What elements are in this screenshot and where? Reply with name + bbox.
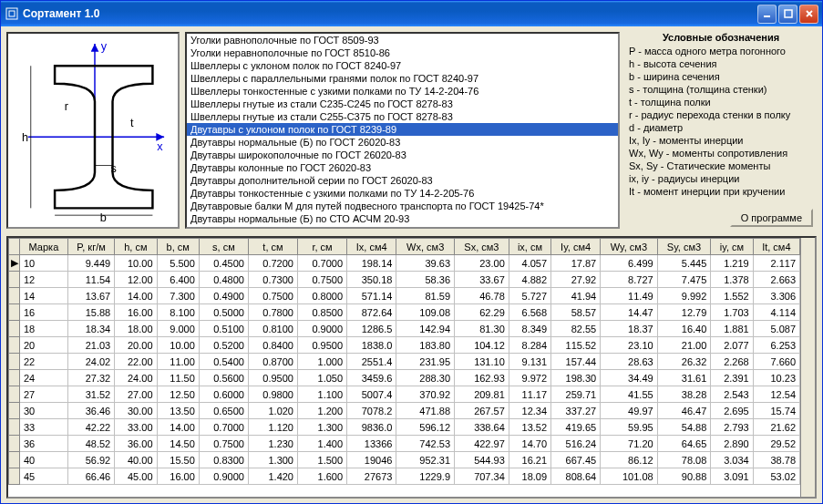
close-button[interactable] (799, 5, 818, 24)
list-item[interactable]: Двутавры с уклоном полок по ГОСТ 8239-89 (187, 123, 618, 136)
table-cell: 64.65 (657, 436, 711, 452)
table-row[interactable]: 1413.6714.007.3000.49000.75000.8000571.1… (9, 288, 800, 304)
table-cell: 24 (20, 370, 68, 386)
svg-rect-3 (785, 10, 792, 17)
table-row[interactable]: 3036.4630.0013.500.65001.0201.2007078.24… (9, 403, 800, 419)
table-cell: 0.9800 (248, 386, 297, 403)
table-cell: 4.057 (509, 255, 550, 272)
table-row[interactable]: 2224.0222.0011.000.54000.87001.0002551.4… (9, 354, 800, 370)
legend-line: h - высота сечения (629, 57, 813, 70)
table-cell: 36.46 (67, 403, 114, 419)
list-item[interactable]: Уголки неравнополочные по ГОСТ 8510-86 (187, 46, 618, 59)
svg-rect-2 (764, 15, 770, 17)
list-item[interactable]: Двутавры нормальные (Б) по СТО АСЧМ 20-9… (187, 212, 618, 225)
table-cell: 0.8500 (297, 304, 346, 321)
table-cell: 6.253 (753, 337, 799, 354)
table-row[interactable]: 4566.4645.0016.000.90001.4201.6002767312… (9, 468, 800, 485)
list-item[interactable]: Швеллеры гнутые из стали С255-С375 по ГО… (187, 110, 618, 123)
column-header[interactable]: Sx, см3 (455, 239, 509, 255)
table-cell: 183.80 (396, 337, 455, 354)
table-cell: 3.306 (753, 288, 799, 304)
list-item[interactable]: Двутавровые балки М для путей подвесного… (187, 200, 618, 212)
table-cell: 48.52 (67, 436, 114, 452)
column-header[interactable]: iy, см (711, 239, 753, 255)
table-row[interactable]: 1211.5412.006.4000.48000.73000.7500350.1… (9, 272, 800, 288)
column-header[interactable]: P, кг/м (67, 239, 114, 255)
table-cell: 49.97 (601, 403, 657, 419)
table-cell: 22.00 (115, 354, 157, 370)
list-item[interactable]: Двутавры нормальные (Б) по ГОСТ 26020-83 (187, 136, 618, 149)
column-header[interactable]: s, см (199, 239, 248, 255)
list-item[interactable]: Швеллеры с уклоном полок по ГОСТ 8240-97 (187, 59, 618, 72)
table-cell: 1286.5 (347, 321, 396, 337)
list-item[interactable]: Двутавры тонкостенные с узкими полками п… (187, 187, 618, 200)
table-cell: 21.00 (657, 337, 711, 354)
table-row[interactable]: 2731.5227.0012.500.60000.98001.1005007.4… (9, 386, 800, 403)
table-row[interactable]: 2427.3224.0011.500.56000.95001.0503459.6… (9, 370, 800, 386)
column-header[interactable]: It, см4 (753, 239, 799, 255)
table-cell: 1.600 (297, 468, 346, 485)
table-cell: 1.300 (248, 452, 297, 468)
table-cell: 53.02 (753, 468, 799, 485)
list-item[interactable]: Двутавры колонные по ГОСТ 26020-83 (187, 161, 618, 174)
column-header[interactable]: r, см (297, 239, 346, 255)
table-row[interactable]: ▶109.44910.005.5000.45000.72000.7000198.… (9, 255, 800, 272)
table-cell: 1.020 (248, 403, 297, 419)
grid-vertical-scrollbar[interactable] (800, 238, 815, 497)
legend-line: t - толщина полки (629, 96, 813, 108)
table-row[interactable]: 4056.9240.0015.500.83001.3001.5001904695… (9, 452, 800, 468)
table-row[interactable]: 3648.5236.0014.500.75001.2301.4001336674… (9, 436, 800, 452)
table-cell: 198.14 (347, 255, 396, 272)
table-cell: 16 (20, 304, 68, 321)
table-cell: 8.349 (509, 321, 550, 337)
table-cell: 516.24 (551, 436, 601, 452)
table-cell: 288.30 (396, 370, 455, 386)
list-item[interactable]: Двутавры широкополочные по СТО АСЧМ 20-9… (187, 225, 618, 229)
table-cell: 5.445 (657, 255, 711, 272)
about-button[interactable]: О программе (730, 209, 813, 227)
column-header[interactable]: Wy, см3 (601, 239, 657, 255)
column-header[interactable]: ix, см (509, 239, 550, 255)
table-cell: 14.70 (509, 436, 550, 452)
list-item[interactable]: Двутавры широкополочные по ГОСТ 26020-83 (187, 149, 618, 161)
table-row[interactable]: 2021.0320.0010.000.52000.84000.95001838.… (9, 337, 800, 354)
column-header[interactable]: Марка (20, 239, 68, 255)
maximize-button[interactable] (778, 5, 797, 24)
titlebar: Сортамент 1.0 (1, 1, 822, 26)
list-item[interactable]: Уголки равнополочные по ГОСТ 8509-93 (187, 34, 618, 46)
table-row[interactable]: 1818.3418.009.0000.51000.81000.90001286.… (9, 321, 800, 337)
table-cell: 162.93 (455, 370, 509, 386)
column-header[interactable]: b, см (157, 239, 199, 255)
list-item[interactable]: Двутавры дополнительной серии по ГОСТ 26… (187, 174, 618, 187)
table-cell: 1.120 (248, 419, 297, 436)
table-cell: 7.475 (657, 272, 711, 288)
column-header[interactable]: Ix, см4 (347, 239, 396, 255)
table-cell: 338.64 (455, 419, 509, 436)
table-cell: 46.47 (657, 403, 711, 419)
table-cell: 0.9500 (248, 370, 297, 386)
table-cell: 0.5100 (199, 321, 248, 337)
table-cell: 36.00 (115, 436, 157, 452)
table-cell: 30 (20, 403, 68, 419)
table-cell: 66.46 (67, 468, 114, 485)
column-header[interactable]: Iy, см4 (551, 239, 601, 255)
list-item[interactable]: Швеллеры тонкостенные с узкими полками п… (187, 85, 618, 98)
list-item[interactable]: Швеллеры гнутые из стали С235-С245 по ГО… (187, 98, 618, 110)
list-item[interactable]: Швеллеры с параллельными гранями полок п… (187, 72, 618, 85)
table-row[interactable]: 1615.8816.008.1000.50000.78000.8500872.6… (9, 304, 800, 321)
table-cell: 9.000 (157, 321, 199, 337)
minimize-button[interactable] (757, 5, 777, 24)
table-cell: 2.663 (753, 272, 799, 288)
table-cell: 9.992 (657, 288, 711, 304)
table-cell: 12.00 (115, 272, 157, 288)
data-grid[interactable]: МаркаP, кг/мh, смb, смs, смt, смr, смIx,… (6, 236, 817, 499)
column-header[interactable]: t, см (248, 239, 297, 255)
column-header[interactable]: Sy, см3 (657, 239, 711, 255)
section-type-listbox[interactable]: Уголки равнополочные по ГОСТ 8509-93Угол… (185, 32, 620, 229)
column-header[interactable]: Wx, см3 (396, 239, 455, 255)
table-cell: 21.03 (67, 337, 114, 354)
table-cell: 17.87 (551, 255, 601, 272)
table-cell: 11.50 (157, 370, 199, 386)
table-row[interactable]: 3342.2233.0014.000.70001.1201.3009836.05… (9, 419, 800, 436)
column-header[interactable]: h, см (115, 239, 157, 255)
